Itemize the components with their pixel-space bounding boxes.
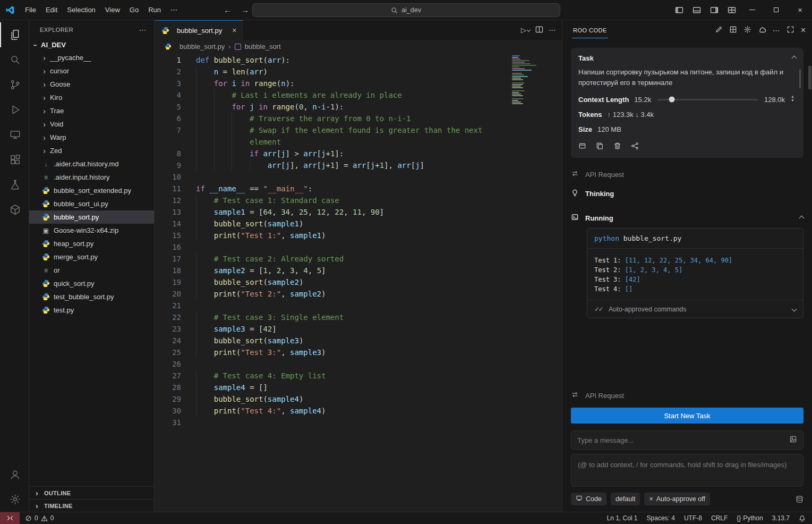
folder-item-Zed[interactable]: ›Zed (29, 144, 154, 157)
auto-approve-chip[interactable]: × Auto-approve off (644, 493, 710, 505)
thinking-row[interactable]: Thinking (571, 189, 804, 198)
attach-image-icon[interactable] (789, 435, 797, 445)
code-line[interactable]: 3for i in range(n): (155, 78, 482, 89)
forward-arrow-icon[interactable]: → (241, 5, 249, 14)
folder-item-Trae[interactable]: ›Trae (29, 104, 154, 117)
share-icon[interactable] (631, 142, 639, 151)
copy-icon[interactable] (596, 142, 604, 151)
new-task-pencil-icon[interactable] (715, 26, 723, 35)
code-line[interactable]: 23sample3 = [42] (155, 323, 482, 335)
code-line[interactable]: 12# Test case 1: Standard case (155, 195, 482, 206)
code-line[interactable]: 28sample4 = [] (155, 382, 482, 393)
tab-bubble-sort-py[interactable]: bubble_sort.py × (155, 20, 243, 40)
root-folder[interactable]: › AI_DEV (29, 39, 154, 51)
code-line[interactable]: 25print("Test 3:", sample3) (155, 346, 482, 358)
roo-more-actions-icon[interactable]: ⋯ (773, 26, 780, 35)
breadcrumb-symbol[interactable]: bubble_sort (245, 43, 281, 50)
start-new-task-button[interactable]: Start New Task (571, 408, 804, 424)
editor-more-actions-icon[interactable]: ⋯ (549, 26, 555, 34)
folder-item-Goose[interactable]: ›Goose (29, 78, 154, 91)
menu-file[interactable]: File (20, 4, 41, 16)
code-line[interactable]: 8if arr[j] > arr[j+1]: (155, 148, 482, 159)
testing-icon[interactable] (0, 172, 29, 197)
code-line[interactable]: 19bubble_sort(sample2) (155, 276, 482, 288)
code-line[interactable]: 27# Test case 4: Empty list (155, 370, 482, 382)
api-request-row-1[interactable]: API Request (571, 170, 804, 179)
code-line[interactable]: 5for j in range(0, n-i-1): (155, 101, 482, 113)
code-line[interactable]: 20print("Test 2:", sample2) (155, 288, 482, 300)
menu-go[interactable]: Go (125, 4, 143, 16)
file-item-bubble_sort.py[interactable]: bubble_sort.py (29, 210, 154, 224)
code-line[interactable]: 17# Test case 2: Already sorted (155, 253, 482, 265)
cursor-position[interactable]: Ln 1, Col 1 (606, 514, 637, 522)
explorer-more-actions-icon[interactable]: ⋯ (139, 26, 147, 34)
menu-run[interactable]: Run (143, 4, 166, 16)
toggle-sidebar-right-icon[interactable] (705, 0, 723, 20)
code-line[interactable]: 7# Swap if the element found is greater … (155, 124, 482, 136)
file-item-.aider.input.history[interactable]: ≡.aider.input.history (29, 171, 154, 184)
run-python-file-button[interactable]: ▷ (521, 26, 530, 34)
code-line[interactable]: 13sample1 = [64, 34, 25, 12, 22, 11, 90] (155, 206, 482, 218)
menu-selection[interactable]: Selection (62, 4, 100, 16)
run-debug-icon[interactable] (0, 97, 29, 122)
code-line[interactable]: 26 (155, 358, 482, 370)
file-item-bubble_sort_extended.py[interactable]: bubble_sort_extended.py (29, 184, 154, 197)
code-line[interactable]: 2n = len(arr) (155, 66, 482, 78)
menu-view[interactable]: View (100, 4, 125, 16)
code-line[interactable]: 31 (155, 417, 482, 428)
slider-knob[interactable] (669, 97, 674, 103)
minimap[interactable] (512, 55, 539, 106)
split-editor-icon[interactable] (535, 26, 543, 35)
marketplace-icon[interactable] (729, 26, 737, 35)
panel-scrollbar-thumb[interactable] (808, 66, 811, 89)
file-item-test_bubble_sort.py[interactable]: test_bubble_sort.py (29, 290, 154, 303)
breadcrumb-file[interactable]: bubble_sort.py (180, 43, 225, 50)
close-button[interactable]: × (788, 0, 812, 20)
collapse-task-icon[interactable] (792, 56, 797, 61)
code-line[interactable]: 16 (155, 241, 482, 253)
command-center-search[interactable]: ai_dev (252, 3, 560, 17)
api-profile-chip[interactable]: default (611, 493, 640, 505)
open-in-editor-icon[interactable] (578, 142, 586, 151)
menu-edit[interactable]: Edit (41, 4, 62, 16)
toggle-panel-icon[interactable] (688, 0, 705, 20)
code-line[interactable]: 4# Last i elements are already in place (155, 89, 482, 101)
code-line[interactable]: 14bubble_sort(sample1) (155, 218, 482, 230)
code-line[interactable]: element (155, 136, 482, 148)
roo-settings-gear-icon[interactable] (743, 26, 751, 35)
cloud-icon[interactable] (758, 26, 766, 36)
context-slider[interactable] (657, 99, 758, 100)
source-control-icon[interactable] (0, 72, 29, 97)
mode-selector-chip[interactable]: Code (571, 493, 606, 505)
customize-layout-icon[interactable] (723, 0, 740, 20)
folder-item-cursor[interactable]: ›cursor (29, 64, 154, 78)
timeline-section[interactable]: › TIMELINE (29, 499, 154, 512)
folder-item-__pycache__[interactable]: ›__pycache__ (29, 51, 154, 64)
fullscreen-icon[interactable] (787, 26, 794, 35)
task-scrollbar[interactable] (799, 69, 801, 88)
code-line[interactable]: 9arr[j], arr[j+1] = arr[j+1], arr[j] (155, 159, 482, 171)
settings-gear-icon[interactable] (0, 487, 29, 512)
api-request-row-2[interactable]: API Request (571, 391, 804, 400)
file-item-Goose-win32-x64.zip[interactable]: ▣Goose-win32-x64.zip (29, 224, 154, 237)
maximize-button[interactable] (764, 0, 788, 20)
indentation[interactable]: Spaces: 4 (647, 514, 675, 522)
code-line[interactable]: 22# Test case 3: Single element (155, 311, 482, 323)
code-line[interactable]: 1def bubble_sort(arr): (155, 54, 482, 66)
code-line[interactable]: 24bubble_sort(sample3) (155, 335, 482, 346)
code-line[interactable]: 21 (155, 300, 482, 311)
account-icon[interactable] (0, 462, 29, 487)
encoding[interactable]: UTF-8 (684, 514, 702, 522)
message-input[interactable]: Type a message... (571, 430, 804, 450)
language-mode[interactable]: {} Python (737, 514, 763, 522)
close-panel-icon[interactable]: × (801, 26, 806, 35)
remote-indicator[interactable] (0, 512, 20, 524)
expand-commands-icon[interactable] (792, 307, 797, 312)
file-item-merge_sort.py[interactable]: merge_sort.py (29, 250, 154, 264)
code-line[interactable]: 29bubble_sort(sample4) (155, 393, 482, 405)
explorer-icon[interactable] (0, 22, 29, 47)
file-item-test.py[interactable]: test.py (29, 303, 154, 317)
code-line[interactable]: 18sample2 = [1, 2, 3, 4, 5] (155, 265, 482, 276)
delete-task-icon[interactable] (613, 142, 621, 151)
folder-item-Kiro[interactable]: ›Kiro (29, 91, 154, 104)
